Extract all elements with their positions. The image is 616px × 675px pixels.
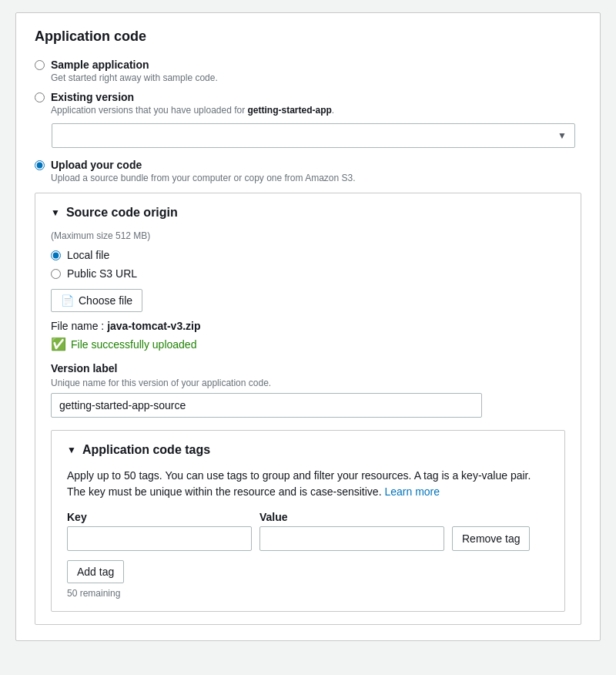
file-name-label: File name : bbox=[51, 320, 104, 332]
application-code-tags-title: Application code tags bbox=[82, 443, 210, 457]
tags-row: Key Value Remove tag bbox=[67, 511, 549, 551]
existing-version-dropdown-container: ▼ bbox=[52, 123, 581, 148]
tag-value-input[interactable] bbox=[259, 526, 444, 551]
radio-option-sample[interactable]: Sample application Get started right awa… bbox=[35, 59, 581, 83]
source-code-origin-title: Source code origin bbox=[66, 206, 178, 220]
tags-collapse-arrow-icon: ▼ bbox=[67, 445, 76, 455]
file-name-value: java-tomcat-v3.zip bbox=[107, 320, 200, 332]
choose-file-button[interactable]: 📄 Choose file bbox=[51, 289, 142, 312]
version-label-desc: Unique name for this version of your app… bbox=[51, 378, 565, 388]
existing-version-dropdown[interactable]: ▼ bbox=[52, 123, 575, 148]
upload-icon: 📄 bbox=[61, 294, 74, 307]
radio-sample[interactable] bbox=[35, 60, 45, 70]
remove-tag-button[interactable]: Remove tag bbox=[452, 526, 530, 551]
page-title: Application code bbox=[35, 29, 581, 45]
chevron-down-icon: ▼ bbox=[557, 130, 567, 141]
tag-key-input[interactable] bbox=[67, 526, 252, 551]
remaining-count: 50 remaining bbox=[67, 588, 549, 599]
tags-description: Apply up to 50 tags. You can use tags to… bbox=[67, 468, 549, 500]
radio-upload-desc: Upload a source bundle from your compute… bbox=[51, 173, 356, 183]
source-code-origin-section: ▼ Source code origin (Maximum size 512 M… bbox=[35, 193, 581, 625]
radio-upload[interactable] bbox=[35, 160, 45, 170]
radio-existing-desc: Application versions that you have uploa… bbox=[51, 105, 334, 116]
version-label-input[interactable] bbox=[51, 393, 482, 418]
add-tag-button[interactable]: Add tag bbox=[67, 560, 124, 583]
application-code-panel: Application code Sample application Get … bbox=[15, 12, 601, 641]
tag-value-label: Value bbox=[259, 511, 444, 523]
collapse-arrow-icon: ▼ bbox=[51, 207, 60, 218]
radio-sample-desc: Get started right away with sample code. bbox=[51, 72, 218, 83]
application-code-tags-header[interactable]: ▼ Application code tags bbox=[67, 443, 549, 457]
radio-existing-label: Existing version bbox=[51, 91, 334, 103]
add-tag-row: Add tag 50 remaining bbox=[67, 560, 549, 599]
tag-key-column: Key bbox=[67, 511, 252, 551]
choose-file-label: Choose file bbox=[79, 294, 132, 307]
radio-s3-url[interactable]: Public S3 URL bbox=[51, 267, 565, 280]
version-label-title: Version label bbox=[51, 362, 565, 374]
radio-upload-label: Upload your code bbox=[51, 159, 356, 171]
upload-success-row: ✅ File successfully uploaded bbox=[51, 337, 565, 351]
tag-key-label: Key bbox=[67, 511, 252, 523]
radio-existing[interactable] bbox=[35, 92, 45, 102]
learn-more-link[interactable]: Learn more bbox=[384, 485, 440, 498]
radio-s3-url-label: Public S3 URL bbox=[67, 267, 137, 280]
source-code-origin-header[interactable]: ▼ Source code origin bbox=[51, 206, 565, 220]
tag-value-column: Value bbox=[259, 511, 444, 551]
application-code-radio-group: Sample application Get started right awa… bbox=[35, 59, 581, 183]
max-size-note: (Maximum size 512 MB) bbox=[51, 230, 565, 241]
success-check-icon: ✅ bbox=[51, 337, 66, 351]
radio-option-existing[interactable]: Existing version Application versions th… bbox=[35, 91, 581, 116]
radio-local-file-label: Local file bbox=[67, 249, 109, 261]
version-label-section: Version label Unique name for this versi… bbox=[51, 362, 565, 418]
radio-s3-url-input[interactable] bbox=[51, 269, 61, 279]
application-code-tags-section: ▼ Application code tags Apply up to 50 t… bbox=[51, 430, 565, 612]
upload-success-text: File successfully uploaded bbox=[71, 338, 196, 351]
radio-option-upload[interactable]: Upload your code Upload a source bundle … bbox=[35, 159, 581, 183]
radio-local-file-input[interactable] bbox=[51, 250, 61, 260]
radio-local-file[interactable]: Local file bbox=[51, 249, 565, 261]
source-type-radio-group: Local file Public S3 URL bbox=[51, 249, 565, 280]
radio-sample-label: Sample application bbox=[51, 59, 218, 71]
file-name-row: File name : java-tomcat-v3.zip bbox=[51, 320, 565, 332]
